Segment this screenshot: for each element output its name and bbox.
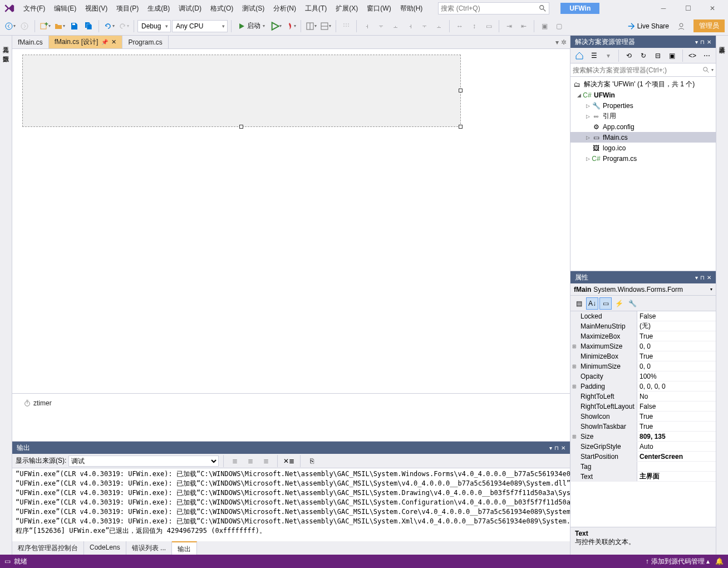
bring-front[interactable]: ▣ [538, 19, 551, 33]
tab-fmain-design[interactable]: fMain.cs [设计]📌✕ [49, 36, 123, 48]
sln-pending[interactable]: ▾ [602, 49, 615, 62]
panel-close-icon[interactable]: ✕ [561, 445, 565, 451]
sln-home-button[interactable] [573, 49, 586, 62]
menu-project[interactable]: 项目(P) [112, 2, 143, 16]
prop-categorized[interactable]: ▤ [573, 297, 585, 310]
sln-refresh-button[interactable]: ↻ [637, 49, 650, 62]
sln-search-input[interactable] [573, 66, 702, 74]
tree-project[interactable]: ◢C#UFWin [570, 90, 716, 100]
toolbox-tab[interactable]: 工具箱 [1, 39, 11, 46]
tab-errorlist[interactable]: 错误列表 ... [126, 541, 172, 555]
output-goto-next[interactable]: ≣ [244, 454, 257, 468]
output-header[interactable]: 输出 ▾⊓✕ [12, 442, 570, 454]
new-project-button[interactable]: ✚▾ [38, 19, 52, 33]
output-toggle[interactable]: ⎘ [305, 454, 318, 468]
prop-events[interactable]: ⚡ [613, 297, 625, 310]
align-top[interactable]: ⫞ [404, 19, 417, 33]
space-dec[interactable]: ⇤ [517, 19, 530, 33]
prop-header[interactable]: 属性 ▾⊓✕ [570, 271, 716, 283]
property-row[interactable]: Text主界面 [570, 472, 716, 482]
resize-handle-s[interactable] [239, 125, 243, 129]
save-all-button[interactable] [82, 19, 95, 33]
property-row[interactable]: Tag [570, 462, 716, 472]
align-middle[interactable]: ⫟ [418, 19, 431, 33]
prop-alphabetical[interactable]: A↓ [586, 297, 598, 310]
prop-messages[interactable]: 🔧 [626, 297, 638, 310]
panel-pin-icon[interactable]: ⊓ [700, 275, 705, 281]
sln-preview-button[interactable]: ⋯ [700, 49, 714, 62]
property-row[interactable]: ShowInTaskbarTrue [570, 422, 716, 432]
config-dropdown[interactable]: Debug [137, 20, 171, 32]
menu-format[interactable]: 格式(O) [206, 2, 238, 16]
menu-help[interactable]: 帮助(H) [396, 2, 427, 16]
output-content[interactable]: “UFWin.exe”(CLR v4.0.30319: UFWin.exe): … [12, 468, 570, 541]
close-tab-icon[interactable]: ✕ [111, 38, 116, 46]
form-designer[interactable] [12, 49, 570, 393]
panel-dropdown-icon[interactable]: ▾ [695, 39, 698, 45]
global-search[interactable] [438, 2, 549, 14]
space-h[interactable]: ↔ [453, 19, 466, 33]
tree-appconfig[interactable]: ⚙App.config [570, 121, 716, 132]
sln-sync-button[interactable]: ⟲ [622, 49, 636, 62]
status-add-source-control[interactable]: ↑添加到源代码管理 ▴ [646, 557, 710, 566]
property-row[interactable]: Opacity100% [570, 371, 716, 381]
menu-test[interactable]: 测试(S) [238, 2, 269, 16]
output-source-select[interactable]: 调试 [68, 456, 219, 467]
redo-button[interactable]: ▾ [117, 19, 130, 33]
tab-pkgmgr[interactable]: 程序包管理器控制台 [12, 541, 84, 555]
output-clear[interactable]: ≣ [259, 454, 273, 468]
feedback-button[interactable] [675, 19, 688, 33]
global-search-input[interactable] [441, 4, 539, 12]
layout-btn-2[interactable]: ▾ [319, 19, 332, 33]
output-wordwrap[interactable]: ✕≣ [282, 454, 296, 468]
start-no-debug-button[interactable]: ▾ [269, 19, 283, 33]
tab-overflow-icon[interactable]: ▾ [555, 38, 559, 46]
menu-window[interactable]: 窗口(W) [362, 2, 395, 16]
prop-object-selector[interactable]: fMain System.Windows.Forms.Form ▾ [570, 283, 716, 296]
property-row[interactable]: RightToLeftLayoutFalse [570, 401, 716, 412]
tray-ztimer[interactable]: ztimer [23, 399, 52, 407]
panel-close-icon[interactable]: ✕ [707, 275, 711, 281]
minimize-button[interactable]: ─ [651, 1, 676, 16]
start-debug-button[interactable]: 启动 ▾ [235, 21, 268, 31]
property-row[interactable]: StartPositionCenterScreen [570, 452, 716, 462]
sln-search[interactable]: ▾ [570, 63, 716, 77]
panel-close-icon[interactable]: ✕ [707, 39, 711, 45]
undo-button[interactable]: ▾ [102, 19, 116, 33]
diagnostic-tools-tab[interactable]: 诊断工具 [717, 39, 727, 46]
panel-pin-icon[interactable]: ⊓ [554, 445, 559, 451]
output-goto-prev[interactable]: ≣ [228, 454, 242, 468]
panel-dropdown-icon[interactable]: ▾ [695, 275, 698, 281]
property-row[interactable]: ⊞Size809, 135 [570, 432, 716, 442]
property-row[interactable]: ⊞MinimumSize0, 0 [570, 361, 716, 371]
tree-references[interactable]: ▷▫▫引用 [570, 111, 716, 121]
tree-fmain[interactable]: ▷▭fMain.cs [570, 132, 716, 143]
tab-settings-icon[interactable]: ✲ [561, 38, 567, 46]
menu-extensions[interactable]: 扩展(X) [331, 2, 362, 16]
resize-handle-e[interactable] [459, 89, 463, 92]
hot-reload-button[interactable]: ▾ [284, 19, 297, 33]
property-row[interactable]: ShowIconTrue [570, 412, 716, 422]
menu-analyze[interactable]: 分析(N) [269, 2, 301, 16]
panel-dropdown-icon[interactable]: ▾ [549, 445, 552, 451]
property-row[interactable]: MinimizeBoxTrue [570, 351, 716, 361]
close-button[interactable]: ✕ [700, 1, 725, 16]
sln-switch-view[interactable]: ☰ [587, 49, 601, 62]
tree-solution[interactable]: 🗂解决方案 'UFWin' (1 个项目，共 1 个) [570, 79, 716, 90]
property-row[interactable]: LockedFalse [570, 311, 716, 321]
property-grid[interactable]: LockedFalseMainMenuStrip(无)MaximizeBoxTr… [570, 311, 716, 527]
send-back[interactable]: ▢ [552, 19, 565, 33]
save-button[interactable] [67, 19, 81, 33]
open-file-button[interactable]: ▾ [53, 19, 66, 33]
notifications-icon[interactable]: 🔔 [715, 557, 724, 565]
layout-btn-1[interactable]: ▾ [304, 19, 318, 33]
menu-build[interactable]: 生成(B) [143, 2, 174, 16]
property-row[interactable]: ⊞Padding0, 0, 0, 0 [570, 381, 716, 391]
menu-view[interactable]: 视图(V) [81, 2, 112, 16]
menu-file[interactable]: 文件(F) [19, 2, 50, 16]
prop-properties[interactable]: ▭ [599, 297, 612, 310]
tree-program[interactable]: ▷C#Program.cs [570, 153, 716, 164]
menu-debug[interactable]: 调试(D) [174, 2, 206, 16]
sln-properties-button[interactable]: <> [686, 49, 699, 62]
property-row[interactable]: ⊞MaximumSize0, 0 [570, 341, 716, 351]
